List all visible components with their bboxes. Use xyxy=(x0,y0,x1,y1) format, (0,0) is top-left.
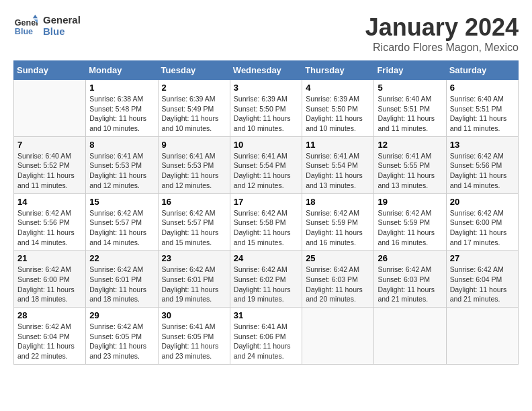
day-number: 21 xyxy=(17,253,82,263)
calendar-cell xyxy=(14,80,86,137)
day-content: Sunrise: 6:42 AM Sunset: 6:00 PM Dayligh… xyxy=(450,208,515,248)
calendar-cell xyxy=(374,308,446,365)
day-number: 8 xyxy=(89,140,154,150)
calendar-cell xyxy=(446,308,518,365)
day-number: 23 xyxy=(162,253,226,263)
calendar-cell: 1Sunrise: 6:38 AM Sunset: 5:48 PM Daylig… xyxy=(86,80,158,137)
day-number: 2 xyxy=(162,83,226,93)
day-number: 25 xyxy=(306,253,370,263)
calendar-cell: 8Sunrise: 6:41 AM Sunset: 5:53 PM Daylig… xyxy=(86,136,158,193)
calendar-cell: 10Sunrise: 6:41 AM Sunset: 5:54 PM Dayli… xyxy=(230,136,302,193)
day-number: 5 xyxy=(378,83,442,93)
day-number: 29 xyxy=(89,310,154,320)
calendar-cell: 19Sunrise: 6:42 AM Sunset: 5:59 PM Dayli… xyxy=(374,193,446,250)
calendar-cell: 15Sunrise: 6:42 AM Sunset: 5:57 PM Dayli… xyxy=(86,193,158,250)
calendar-cell: 6Sunrise: 6:40 AM Sunset: 5:51 PM Daylig… xyxy=(446,80,518,137)
day-content: Sunrise: 6:41 AM Sunset: 6:06 PM Dayligh… xyxy=(234,322,298,361)
header-cell-monday: Monday xyxy=(86,61,158,80)
day-number: 22 xyxy=(89,253,154,263)
day-content: Sunrise: 6:42 AM Sunset: 6:00 PM Dayligh… xyxy=(17,265,82,304)
calendar-cell: 13Sunrise: 6:42 AM Sunset: 5:56 PM Dayli… xyxy=(446,136,518,193)
calendar-cell: 18Sunrise: 6:42 AM Sunset: 5:59 PM Dayli… xyxy=(302,193,374,250)
calendar-cell: 9Sunrise: 6:41 AM Sunset: 5:53 PM Daylig… xyxy=(158,136,230,193)
calendar-cell: 17Sunrise: 6:42 AM Sunset: 5:58 PM Dayli… xyxy=(230,193,302,250)
day-content: Sunrise: 6:39 AM Sunset: 5:50 PM Dayligh… xyxy=(234,94,298,134)
day-number: 31 xyxy=(234,310,298,320)
day-content: Sunrise: 6:39 AM Sunset: 5:50 PM Dayligh… xyxy=(306,94,370,134)
day-content: Sunrise: 6:42 AM Sunset: 5:59 PM Dayligh… xyxy=(306,208,370,248)
day-content: Sunrise: 6:41 AM Sunset: 5:54 PM Dayligh… xyxy=(234,151,298,191)
day-number: 10 xyxy=(234,140,298,150)
week-row-4: 21Sunrise: 6:42 AM Sunset: 6:00 PM Dayli… xyxy=(14,250,519,308)
calendar-cell: 4Sunrise: 6:39 AM Sunset: 5:50 PM Daylig… xyxy=(302,80,374,137)
logo-icon: General Blue xyxy=(13,13,38,38)
day-number: 24 xyxy=(234,253,298,263)
calendar-cell: 25Sunrise: 6:42 AM Sunset: 6:03 PM Dayli… xyxy=(302,250,374,308)
header-cell-tuesday: Tuesday xyxy=(158,61,230,80)
calendar-cell: 5Sunrise: 6:40 AM Sunset: 5:51 PM Daylig… xyxy=(374,80,446,137)
day-content: Sunrise: 6:41 AM Sunset: 5:53 PM Dayligh… xyxy=(89,151,154,191)
day-number: 4 xyxy=(306,83,370,93)
day-number: 16 xyxy=(162,197,226,207)
day-content: Sunrise: 6:42 AM Sunset: 6:05 PM Dayligh… xyxy=(89,322,154,361)
calendar-cell: 28Sunrise: 6:42 AM Sunset: 6:04 PM Dayli… xyxy=(14,308,86,365)
day-number: 19 xyxy=(378,197,442,207)
day-number: 28 xyxy=(17,310,82,320)
svg-marker-2 xyxy=(33,15,38,18)
day-number: 6 xyxy=(450,83,515,93)
week-row-3: 14Sunrise: 6:42 AM Sunset: 5:56 PM Dayli… xyxy=(14,193,519,250)
month-title: January 2024 xyxy=(365,13,519,42)
day-content: Sunrise: 6:41 AM Sunset: 6:05 PM Dayligh… xyxy=(162,322,226,361)
header-row: SundayMondayTuesdayWednesdayThursdayFrid… xyxy=(14,61,519,80)
day-content: Sunrise: 6:42 AM Sunset: 5:57 PM Dayligh… xyxy=(89,208,154,248)
day-content: Sunrise: 6:39 AM Sunset: 5:49 PM Dayligh… xyxy=(162,94,226,134)
day-content: Sunrise: 6:42 AM Sunset: 6:02 PM Dayligh… xyxy=(234,265,298,304)
day-number: 26 xyxy=(378,253,442,263)
day-content: Sunrise: 6:42 AM Sunset: 6:04 PM Dayligh… xyxy=(450,265,515,304)
day-content: Sunrise: 6:42 AM Sunset: 6:01 PM Dayligh… xyxy=(89,265,154,304)
calendar-cell xyxy=(302,308,374,365)
header-cell-friday: Friday xyxy=(374,61,446,80)
week-row-1: 1Sunrise: 6:38 AM Sunset: 5:48 PM Daylig… xyxy=(14,80,519,137)
day-content: Sunrise: 6:42 AM Sunset: 5:58 PM Dayligh… xyxy=(234,208,298,248)
day-number: 12 xyxy=(378,140,442,150)
calendar-cell: 2Sunrise: 6:39 AM Sunset: 5:49 PM Daylig… xyxy=(158,80,230,137)
title-area: January 2024 Ricardo Flores Magon, Mexic… xyxy=(365,13,519,54)
day-content: Sunrise: 6:40 AM Sunset: 5:51 PM Dayligh… xyxy=(378,94,442,134)
week-row-2: 7Sunrise: 6:40 AM Sunset: 5:52 PM Daylig… xyxy=(14,136,519,193)
header-cell-thursday: Thursday xyxy=(302,61,374,80)
calendar-cell: 26Sunrise: 6:42 AM Sunset: 6:03 PM Dayli… xyxy=(374,250,446,308)
day-content: Sunrise: 6:42 AM Sunset: 5:56 PM Dayligh… xyxy=(17,208,82,248)
page-header: General Blue General Blue January 2024 R… xyxy=(13,13,519,54)
day-number: 17 xyxy=(234,197,298,207)
day-content: Sunrise: 6:40 AM Sunset: 5:51 PM Dayligh… xyxy=(450,94,515,134)
calendar-cell: 20Sunrise: 6:42 AM Sunset: 6:00 PM Dayli… xyxy=(446,193,518,250)
day-number: 9 xyxy=(162,140,226,150)
day-number: 13 xyxy=(450,140,515,150)
calendar-cell: 14Sunrise: 6:42 AM Sunset: 5:56 PM Dayli… xyxy=(14,193,86,250)
calendar-cell: 22Sunrise: 6:42 AM Sunset: 6:01 PM Dayli… xyxy=(86,250,158,308)
day-number: 1 xyxy=(89,83,154,93)
day-content: Sunrise: 6:41 AM Sunset: 5:55 PM Dayligh… xyxy=(378,151,442,191)
day-content: Sunrise: 6:42 AM Sunset: 5:57 PM Dayligh… xyxy=(162,208,226,248)
calendar-cell: 29Sunrise: 6:42 AM Sunset: 6:05 PM Dayli… xyxy=(86,308,158,365)
day-content: Sunrise: 6:42 AM Sunset: 6:03 PM Dayligh… xyxy=(378,265,442,304)
calendar-table: SundayMondayTuesdayWednesdayThursdayFrid… xyxy=(13,60,519,365)
logo-line2: Blue xyxy=(43,26,81,37)
day-number: 15 xyxy=(89,197,154,207)
calendar-cell: 24Sunrise: 6:42 AM Sunset: 6:02 PM Dayli… xyxy=(230,250,302,308)
day-number: 7 xyxy=(17,140,82,150)
day-number: 11 xyxy=(306,140,370,150)
calendar-cell: 27Sunrise: 6:42 AM Sunset: 6:04 PM Dayli… xyxy=(446,250,518,308)
day-number: 14 xyxy=(17,197,82,207)
calendar-cell: 21Sunrise: 6:42 AM Sunset: 6:00 PM Dayli… xyxy=(14,250,86,308)
logo-line1: General xyxy=(43,14,81,26)
week-row-5: 28Sunrise: 6:42 AM Sunset: 6:04 PM Dayli… xyxy=(14,308,519,365)
header-cell-sunday: Sunday xyxy=(14,61,86,80)
header-cell-wednesday: Wednesday xyxy=(230,61,302,80)
day-number: 30 xyxy=(162,310,226,320)
day-content: Sunrise: 6:42 AM Sunset: 5:56 PM Dayligh… xyxy=(450,151,515,191)
day-number: 27 xyxy=(450,253,515,263)
day-content: Sunrise: 6:42 AM Sunset: 5:59 PM Dayligh… xyxy=(378,208,442,248)
calendar-cell: 31Sunrise: 6:41 AM Sunset: 6:06 PM Dayli… xyxy=(230,308,302,365)
